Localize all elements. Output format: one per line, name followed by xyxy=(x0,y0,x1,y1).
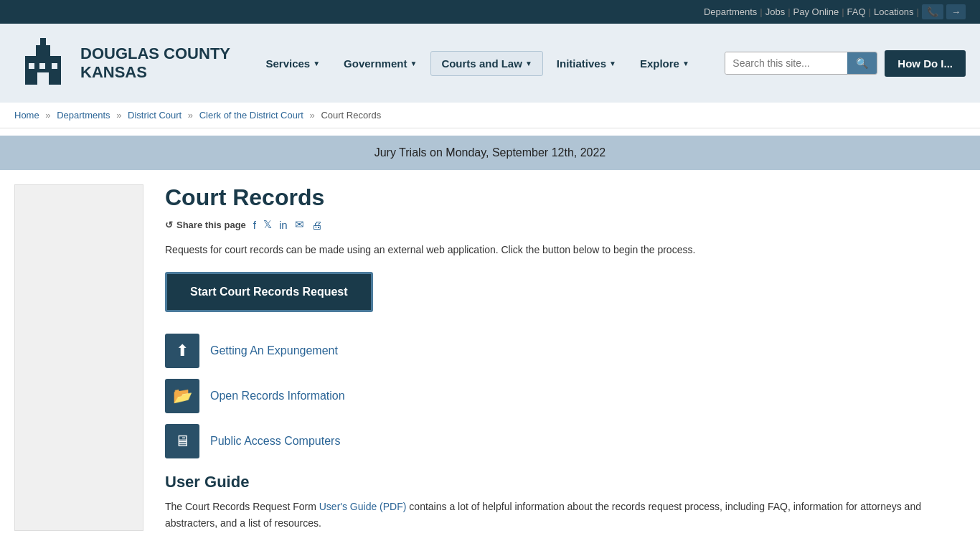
breadcrumb-district-court[interactable]: District Court xyxy=(128,110,182,121)
nav-government[interactable]: Government ▼ xyxy=(334,52,427,75)
breadcrumb-clerk[interactable]: Clerk of the District Court xyxy=(199,110,303,121)
search-input[interactable] xyxy=(725,52,847,74)
share-email[interactable]: ✉ xyxy=(295,218,304,231)
share-twitter[interactable]: 𝕏 xyxy=(263,218,272,231)
share-print[interactable]: 🖨 xyxy=(311,219,322,231)
breadcrumb: Home » Departments » District Court » Cl… xyxy=(0,103,980,128)
svg-rect-6 xyxy=(52,63,57,69)
list-item: ⬆ Getting An Expungement xyxy=(165,334,958,368)
links-section: ⬆ Getting An Expungement 📂 Open Records … xyxy=(165,334,958,458)
main-content: Court Records ↺ Share this page f 𝕏 in ✉… xyxy=(158,184,966,531)
chevron-down-icon: ▼ xyxy=(313,60,320,67)
sidebar xyxy=(14,184,143,531)
nav-courts-and-law[interactable]: Courts and Law ▼ xyxy=(430,51,542,76)
public-access-link[interactable]: Public Access Computers xyxy=(210,435,340,448)
top-link-pay[interactable]: Pay Online xyxy=(793,6,839,17)
content-wrapper: Court Records ↺ Share this page f 𝕏 in ✉… xyxy=(0,177,980,538)
nav-initiatives[interactable]: Initiatives ▼ xyxy=(547,52,626,75)
svg-rect-5 xyxy=(39,63,45,69)
nav-services[interactable]: Services ▼ xyxy=(255,52,330,75)
sep2: | xyxy=(788,6,790,17)
share-linkedin[interactable]: in xyxy=(279,219,288,231)
sep5: | xyxy=(917,6,919,17)
user-guide-title: User Guide xyxy=(165,473,958,491)
nav-explore[interactable]: Explore ▼ xyxy=(630,52,699,75)
sep1: | xyxy=(760,6,762,17)
share-bar: ↺ Share this page f 𝕏 in ✉ 🖨 xyxy=(165,218,958,231)
sep3: | xyxy=(842,6,844,17)
top-bar: Departments | Jobs | Pay Online | FAQ | … xyxy=(0,0,980,24)
list-item: 📂 Open Records Information xyxy=(165,379,958,413)
logo-county-name: DOUGLAS COUNTY xyxy=(80,44,230,63)
header-right: 🔍 How Do I... xyxy=(725,50,966,77)
chevron-down-icon: ▼ xyxy=(682,60,689,67)
logo-icon xyxy=(14,34,72,92)
share-facebook[interactable]: f xyxy=(253,219,256,231)
main-nav: Services ▼ Government ▼ Courts and Law ▼… xyxy=(255,51,699,76)
users-guide-pdf-link[interactable]: User's Guide (PDF) xyxy=(319,501,407,512)
open-records-link[interactable]: Open Records Information xyxy=(210,390,345,402)
breadcrumb-current: Court Records xyxy=(321,110,381,121)
header: DOUGLAS COUNTY KANSAS Services ▼ Governm… xyxy=(0,24,980,103)
breadcrumb-home[interactable]: Home xyxy=(14,110,39,121)
top-link-faq[interactable]: FAQ xyxy=(847,6,866,17)
search-box: 🔍 xyxy=(725,52,877,75)
phone-icon-button[interactable]: 📞 xyxy=(922,4,943,19)
user-guide-text: The Court Records Request Form User's Gu… xyxy=(165,499,958,531)
share-label: ↺ Share this page xyxy=(165,220,246,230)
open-records-icon: 📂 xyxy=(165,379,199,413)
list-item: 🖥 Public Access Computers xyxy=(165,424,958,458)
public-access-icon: 🖥 xyxy=(165,424,199,458)
logo-area: DOUGLAS COUNTY KANSAS xyxy=(14,34,230,92)
expungement-icon: ⬆ xyxy=(165,334,199,368)
logo-text-block: DOUGLAS COUNTY KANSAS xyxy=(80,44,230,83)
how-do-i-button[interactable]: How Do I... xyxy=(885,50,966,77)
top-link-locations[interactable]: Locations xyxy=(874,6,914,17)
logo-state: KANSAS xyxy=(80,63,230,82)
page-title: Court Records xyxy=(165,184,958,211)
login-icon-button[interactable]: → xyxy=(946,4,966,19)
top-link-jobs[interactable]: Jobs xyxy=(765,6,785,17)
search-button[interactable]: 🔍 xyxy=(847,52,877,74)
top-link-departments[interactable]: Departments xyxy=(704,6,757,17)
getting-expungement-link[interactable]: Getting An Expungement xyxy=(210,344,338,357)
announcement-banner: Jury Trials on Monday, September 12th, 2… xyxy=(0,136,980,170)
intro-text: Requests for court records can be made u… xyxy=(165,242,958,258)
svg-rect-3 xyxy=(40,38,46,49)
sep4: | xyxy=(869,6,871,17)
share-icon: ↺ xyxy=(165,220,173,230)
breadcrumb-departments[interactable]: Departments xyxy=(57,110,110,121)
chevron-down-icon: ▼ xyxy=(525,60,532,67)
start-court-records-button[interactable]: Start Court Records Request xyxy=(165,272,373,312)
svg-rect-7 xyxy=(37,72,49,85)
chevron-down-icon: ▼ xyxy=(609,60,616,67)
svg-rect-4 xyxy=(29,63,34,69)
chevron-down-icon: ▼ xyxy=(410,60,417,67)
